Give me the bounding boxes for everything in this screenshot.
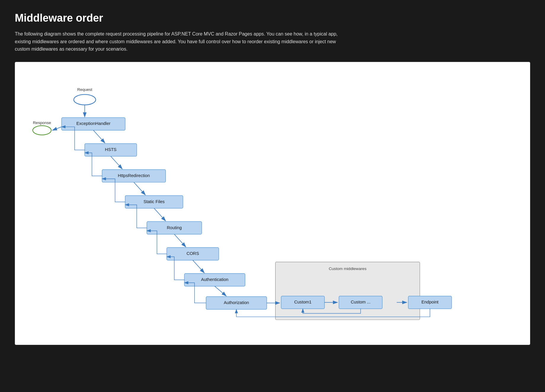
request-oval	[74, 94, 96, 105]
custom-middlewares-label: Custom middlewares	[329, 266, 367, 271]
diagram-container: Request ExceptionHandler Response HSTS H…	[15, 62, 530, 345]
custom1-label: Custom1	[294, 300, 311, 304]
arrow-hsts-https	[111, 156, 122, 169]
arrow-https-static	[134, 182, 145, 195]
request-label: Request	[77, 87, 92, 92]
diagram-svg: Request ExceptionHandler Response HSTS H…	[27, 74, 518, 329]
response-label: Response	[33, 120, 51, 125]
arrow-cors-auth	[193, 260, 204, 273]
static-label: Static Files	[143, 199, 164, 204]
arrow-auth-authz	[215, 286, 226, 296]
authz-label: Authorization	[224, 300, 249, 305]
https-label: HttpsRedirection	[118, 173, 150, 178]
arrow-static-routing	[154, 208, 166, 221]
endpoint-label: Endpoint	[421, 300, 439, 304]
routing-label: Routing	[167, 225, 182, 230]
page-title: Middleware order	[15, 12, 530, 24]
arrow-exception-response	[52, 127, 62, 130]
page-description: The following diagram shows the complete…	[15, 30, 341, 53]
customN-label: Custom ...	[351, 300, 371, 304]
exception-label: ExceptionHandler	[76, 121, 110, 126]
response-oval	[33, 126, 51, 135]
auth-label: Authentication	[201, 277, 229, 282]
arrow-routing-cors	[174, 234, 186, 247]
arrow-exception-hsts	[93, 130, 105, 143]
cors-label: CORS	[187, 251, 199, 256]
hsts-label: HSTS	[105, 147, 116, 152]
